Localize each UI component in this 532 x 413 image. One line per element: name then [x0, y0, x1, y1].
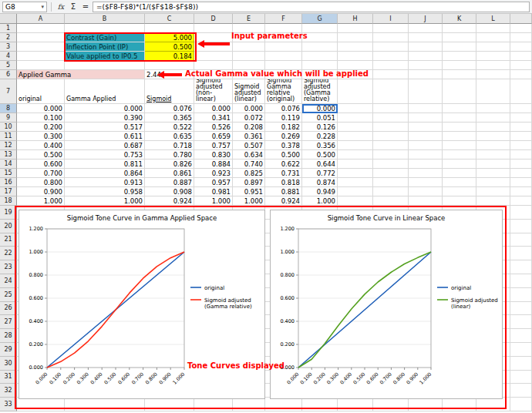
cell-F14[interactable]: 0.622	[265, 159, 302, 169]
cell-E14[interactable]: 0.740	[233, 159, 265, 169]
cell-I15[interactable]	[373, 169, 409, 178]
name-box[interactable]: G8 ▾	[2, 2, 47, 12]
cell-F15[interactable]: 0.731	[265, 169, 302, 178]
cell-E18[interactable]: 1.000	[233, 196, 265, 206]
cell-A14[interactable]: 0.600	[17, 159, 65, 169]
cell-C8[interactable]: 0.076	[145, 104, 194, 113]
cell-H8[interactable]	[338, 104, 373, 113]
cell-L3[interactable]	[476, 42, 510, 52]
cell-L2[interactable]	[476, 33, 510, 42]
cell-G15[interactable]: 0.772	[302, 169, 338, 178]
cell-J1[interactable]	[409, 24, 443, 33]
cell-D12[interactable]: 0.757	[194, 141, 233, 150]
cell-I12[interactable]	[373, 141, 409, 150]
row-header-26[interactable]: 26	[0, 302, 17, 316]
row-header-13[interactable]: 13	[0, 150, 17, 159]
cell-K10[interactable]	[443, 123, 476, 132]
cell-K15[interactable]	[443, 169, 476, 178]
cell-H3[interactable]	[338, 42, 373, 52]
cell-L16[interactable]	[476, 178, 510, 187]
cell-K6[interactable]	[443, 70, 476, 79]
column-header-D[interactable]: D	[194, 14, 233, 24]
cell-H1[interactable]	[338, 24, 373, 33]
cell-J9[interactable]	[409, 113, 443, 123]
column-header-H[interactable]: H	[338, 14, 373, 24]
equals-icon[interactable]: =	[80, 2, 91, 11]
cell-D13[interactable]: 0.830	[194, 150, 233, 159]
name-box-dropdown-icon[interactable]: ▾	[41, 4, 44, 10]
cell-C2[interactable]: 5.000	[145, 33, 194, 42]
cell-D4[interactable]	[194, 52, 233, 61]
cell-H9[interactable]	[338, 113, 373, 123]
cell-L17[interactable]	[476, 187, 510, 196]
row-header-18[interactable]: 18	[0, 196, 17, 206]
cell-J12[interactable]	[409, 141, 443, 150]
row-header-24[interactable]: 24	[0, 274, 17, 288]
cell-E11[interactable]: 0.361	[233, 132, 265, 141]
cell-E17[interactable]: 0.951	[233, 187, 265, 196]
cell-A11[interactable]: 0.300	[17, 132, 65, 141]
cell-G14[interactable]: 0.644	[302, 159, 338, 169]
cell-G17[interactable]: 0.949	[302, 187, 338, 196]
cell-C11[interactable]: 0.635	[145, 132, 194, 141]
row-header-27[interactable]: 27	[0, 315, 17, 329]
cell-K8[interactable]	[443, 104, 476, 113]
cell-L18[interactable]	[476, 196, 510, 206]
cell-I10[interactable]	[373, 123, 409, 132]
cell-F9[interactable]: 0.119	[265, 113, 302, 123]
cell-A15[interactable]: 0.700	[17, 169, 65, 178]
column-header-K[interactable]: K	[443, 14, 476, 24]
cell-D18[interactable]: 1.000	[194, 196, 233, 206]
cell-J16[interactable]	[409, 178, 443, 187]
cell-I6[interactable]	[373, 70, 409, 79]
sum-icon[interactable]: Σ	[68, 2, 79, 11]
cell-C4[interactable]: 0.184	[145, 52, 194, 61]
cell-E15[interactable]: 0.825	[233, 169, 265, 178]
row-header-8[interactable]: 8	[0, 104, 17, 113]
cell-J17[interactable]	[409, 187, 443, 196]
cell-H18[interactable]	[338, 196, 373, 206]
row-header-22[interactable]: 22	[0, 247, 17, 260]
cell-B13[interactable]: 0.753	[65, 150, 145, 159]
cell-G13[interactable]: 0.500	[302, 150, 338, 159]
column-header-A[interactable]: A	[17, 14, 65, 24]
row-header-23[interactable]: 23	[0, 260, 17, 274]
cell-K14[interactable]	[443, 159, 476, 169]
cell-L10[interactable]	[476, 123, 510, 132]
cell-E8[interactable]: 0.000	[233, 104, 265, 113]
cell-I7[interactable]	[373, 79, 409, 104]
cell-B16[interactable]: 0.913	[65, 178, 145, 187]
row-header-5[interactable]: 5	[0, 61, 17, 70]
cell-I13[interactable]	[373, 150, 409, 159]
column-header-E[interactable]: E	[233, 14, 265, 24]
cell-F13[interactable]: 0.500	[265, 150, 302, 159]
row-header-7[interactable]: 7	[0, 79, 17, 104]
cell-A5[interactable]	[17, 61, 65, 70]
cell-C9[interactable]: 0.365	[145, 113, 194, 123]
cell-J4[interactable]	[409, 52, 443, 61]
cell-I4[interactable]	[373, 52, 409, 61]
cell-F16[interactable]: 0.818	[265, 178, 302, 187]
cell-A1[interactable]	[17, 24, 65, 33]
cell-F8[interactable]: 0.076	[265, 104, 302, 113]
row-header-3[interactable]: 3	[0, 42, 17, 52]
cell-D8[interactable]: 0.000	[194, 104, 233, 113]
cell-B17[interactable]: 0.958	[65, 187, 145, 196]
row-header-20[interactable]: 20	[0, 220, 17, 233]
cell-C13[interactable]: 0.780	[145, 150, 194, 159]
cell-J15[interactable]	[409, 169, 443, 178]
cell-A4[interactable]	[17, 52, 65, 61]
row-header-6[interactable]: 6	[0, 70, 17, 79]
cell-I17[interactable]	[373, 187, 409, 196]
column-header-J[interactable]: J	[409, 14, 443, 24]
row-header-10[interactable]: 10	[0, 123, 17, 132]
formula-input[interactable]: =($F8-F$8)*(1/($F$18-$F$8))	[93, 2, 530, 12]
cell-I1[interactable]	[373, 24, 409, 33]
cell-F10[interactable]: 0.182	[265, 123, 302, 132]
row-header-29[interactable]: 29	[0, 343, 17, 357]
cell-K12[interactable]	[443, 141, 476, 150]
cell-J18[interactable]	[409, 196, 443, 206]
cell-B11[interactable]: 0.611	[65, 132, 145, 141]
row-header-17[interactable]: 17	[0, 187, 17, 196]
cell-I5[interactable]	[373, 61, 409, 70]
